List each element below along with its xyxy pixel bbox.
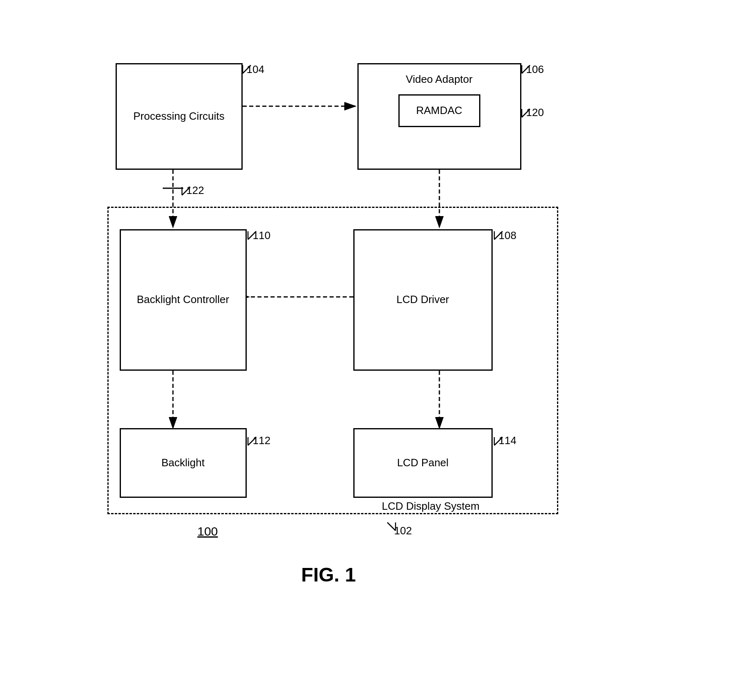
figure-label: FIG. 1: [247, 563, 411, 586]
lcd-panel-label: LCD Panel: [397, 456, 449, 470]
svg-line-23: [494, 437, 503, 445]
ramdac-box: RAMDAC: [398, 94, 480, 127]
ref112-tick: [246, 435, 258, 447]
ref110-tick: [246, 229, 258, 242]
svg-line-9: [243, 65, 251, 73]
ref122-tick: [180, 185, 192, 197]
svg-line-13: [522, 109, 530, 117]
lcd-driver-label: LCD Driver: [396, 293, 449, 307]
video-adaptor-box: Video Adaptor RAMDAC: [357, 63, 521, 170]
backlight-label: Backlight: [161, 456, 205, 470]
svg-line-11: [522, 65, 530, 73]
lcd-driver-box: LCD Driver: [353, 229, 493, 371]
lcd-panel-box: LCD Panel: [353, 428, 493, 498]
backlight-controller-label: Backlight Controller: [137, 293, 229, 307]
ref102-tick: [385, 520, 398, 533]
processing-circuits-label: Processing Circuits: [133, 109, 225, 123]
svg-line-21: [248, 437, 256, 445]
video-adaptor-label: Video Adaptor: [406, 73, 473, 87]
ref114-tick: [492, 435, 505, 447]
svg-line-17: [248, 231, 256, 239]
ref120-tick: [520, 107, 532, 119]
backlight-controller-box: Backlight Controller: [120, 229, 247, 371]
ref108-tick: [492, 229, 505, 242]
ramdac-label: RAMDAC: [416, 104, 462, 118]
diagram-number: 100: [198, 524, 218, 538]
svg-line-19: [494, 231, 503, 239]
ref104-tick: [241, 63, 253, 75]
diagram: Processing Circuits 104 Video Adaptor RA…: [83, 43, 657, 658]
processing-circuits-box: Processing Circuits: [116, 63, 243, 170]
ref106-tick: [520, 63, 532, 75]
backlight-box: Backlight: [120, 428, 247, 498]
svg-line-15: [182, 187, 190, 195]
svg-line-25: [387, 522, 396, 531]
lcd-display-system-label: LCD Display System: [382, 500, 480, 513]
